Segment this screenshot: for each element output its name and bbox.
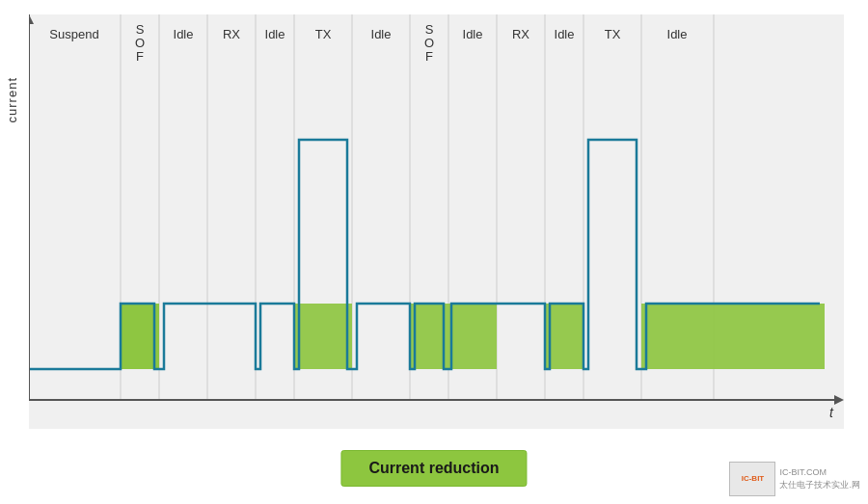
watermark-logo: IC-BIT — [729, 462, 775, 496]
svg-text:S: S — [136, 22, 145, 37]
svg-text:Idle: Idle — [174, 27, 194, 41]
watermark-text: IC-BIT.COM 太仕电子技术实业.网 — [779, 466, 860, 491]
svg-text:TX: TX — [605, 27, 621, 41]
svg-text:S: S — [425, 22, 434, 37]
svg-rect-37 — [641, 304, 825, 369]
svg-text:TX: TX — [315, 27, 332, 41]
svg-text:O: O — [135, 36, 145, 50]
svg-text:Idle: Idle — [555, 27, 575, 41]
svg-text:F: F — [425, 49, 433, 64]
svg-text:Idle: Idle — [667, 27, 688, 41]
chart-container: Suspend S O F Idle RX Idle TX Idle S O F… — [29, 14, 844, 429]
y-axis-label: current — [5, 77, 19, 122]
chart-svg: Suspend S O F Idle RX Idle TX Idle S O F… — [29, 14, 844, 429]
svg-text:Idle: Idle — [463, 27, 483, 41]
watermark: IC-BIT IC-BIT.COM 太仕电子技术实业.网 — [729, 462, 860, 496]
svg-text:RX: RX — [223, 27, 240, 41]
svg-text:O: O — [424, 36, 434, 50]
current-reduction-label: Current reduction — [340, 450, 527, 487]
svg-text:F: F — [136, 49, 144, 64]
svg-text:RX: RX — [512, 27, 529, 41]
svg-text:Suspend: Suspend — [49, 27, 98, 41]
svg-text:Idle: Idle — [265, 27, 285, 41]
svg-rect-33 — [294, 304, 352, 369]
svg-text:Idle: Idle — [371, 27, 392, 41]
svg-rect-35 — [448, 304, 497, 369]
